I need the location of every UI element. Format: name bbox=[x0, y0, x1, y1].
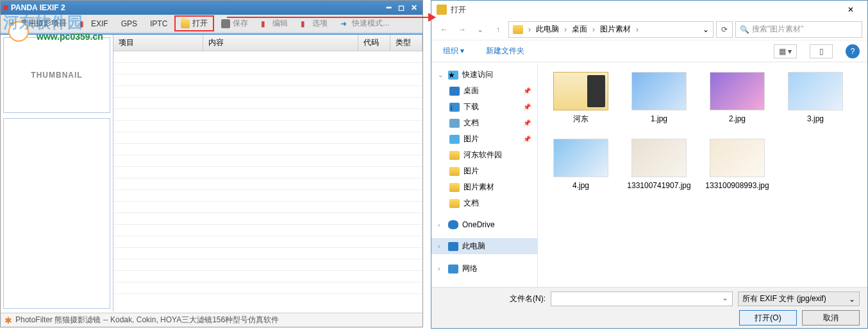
cancel-button[interactable]: 取消 bbox=[802, 310, 860, 326]
view-mode-button[interactable]: ▦ ▾ bbox=[774, 44, 797, 58]
help-button[interactable]: ? bbox=[846, 44, 860, 58]
filename-input[interactable] bbox=[551, 291, 733, 306]
quickmode-button[interactable]: ➜快速模式... bbox=[335, 16, 395, 31]
nav-downloads[interactable]: ↓下载📌 bbox=[431, 99, 537, 115]
preview-pane-button[interactable]: ▯ bbox=[810, 44, 833, 58]
nav-docs2[interactable]: 文档 bbox=[431, 195, 537, 211]
file-4jpg[interactable]: 4.jpg bbox=[543, 136, 619, 200]
nav-forward-button[interactable]: → bbox=[455, 22, 470, 37]
file-1jpg[interactable]: 1.jpg bbox=[621, 69, 697, 134]
gps-button[interactable]: GPS bbox=[115, 17, 143, 30]
titlebar: PANDA IEXIF 2 ━ ◻ ✕ bbox=[1, 1, 422, 15]
nav-pics2[interactable]: 图片 bbox=[431, 163, 537, 179]
dialog-body: ⌄★快速访问 桌面📌 ↓下载📌 文档📌 图片📌 河东软件园 图片 图片素材 文档… bbox=[431, 63, 867, 287]
breadcrumb-dropdown-icon[interactable]: ⌄ bbox=[703, 25, 709, 34]
filename-label: 文件名(N): bbox=[439, 293, 546, 304]
refresh-button[interactable]: ⟳ bbox=[716, 21, 733, 38]
left-panel: THUMBNAIL bbox=[1, 35, 113, 311]
dialog-title: 打开 bbox=[451, 4, 839, 15]
nav-pictures[interactable]: 图片📌 bbox=[431, 131, 537, 147]
thumbnail-box: THUMBNAIL bbox=[3, 37, 110, 113]
dialog-icon bbox=[437, 4, 447, 15]
save-button[interactable]: 保存 bbox=[215, 16, 254, 31]
status-text: PhotoFilter 熊猫摄影滤镜 -- Kodak, Cokin, HOYA… bbox=[15, 315, 279, 326]
maximize-button[interactable]: ◻ bbox=[396, 3, 407, 12]
dialog-toolbar: 组织 ▾ 新建文件夹 ▦ ▾ ▯ ? bbox=[431, 40, 867, 62]
status-icon: ✱ bbox=[4, 315, 12, 326]
app-window: PANDA IEXIF 2 ━ ◻ ✕ 河东软件园 www.pc0359.cn … bbox=[0, 0, 423, 327]
nav-panel: ⌄★快速访问 桌面📌 ↓下载📌 文档📌 图片📌 河东软件园 图片 图片素材 文档… bbox=[431, 63, 538, 287]
minimize-button[interactable]: ━ bbox=[383, 3, 394, 12]
status-bar: ✱ PhotoFilter 熊猫摄影滤镜 -- Kodak, Cokin, HO… bbox=[1, 313, 422, 327]
grid-body[interactable] bbox=[113, 51, 422, 303]
file-133100908993[interactable]: 133100908993.jpg bbox=[699, 136, 775, 200]
nav-up-button[interactable]: ↑ bbox=[490, 22, 506, 37]
dialog-bottom: 文件名(N): 所有 EXIF 文件 (jpg/exif)⌄ 打开(O) 取消 bbox=[431, 287, 867, 328]
nav-picmat[interactable]: 图片素材 bbox=[431, 179, 537, 195]
common-items-button[interactable]: ★常用摄影项目 bbox=[3, 16, 72, 31]
nav-back-button[interactable]: ← bbox=[437, 22, 452, 37]
col-content[interactable]: 内容 bbox=[203, 35, 358, 51]
file-list[interactable]: 河东 1.jpg 2.jpg 3.jpg 4.jpg 133100741907.… bbox=[538, 63, 867, 287]
filetype-select[interactable]: 所有 EXIF 文件 (jpg/exif)⌄ bbox=[738, 291, 860, 306]
newfolder-button[interactable]: 新建文件夹 bbox=[482, 43, 528, 59]
main-toolbar: ★常用摄影项目 ▮EXIF GPS IPTC 打开 保存 ▮编辑 ▮选项 ➜快速… bbox=[1, 15, 422, 33]
nav-thispc[interactable]: ›此电脑 bbox=[431, 238, 537, 254]
exif-button[interactable]: ▮EXIF bbox=[74, 17, 114, 30]
dialog-close-button[interactable]: ✕ bbox=[839, 2, 862, 17]
file-2jpg[interactable]: 2.jpg bbox=[699, 69, 775, 134]
options-button[interactable]: ▮选项 bbox=[295, 16, 333, 31]
open-confirm-button[interactable]: 打开(O) bbox=[739, 310, 797, 326]
file-133100741907[interactable]: 133100741907.jpg bbox=[621, 136, 697, 200]
grid-header: 项目 内容 代码 类型 bbox=[113, 35, 422, 51]
search-input[interactable]: 🔍 搜索"图片素材" bbox=[735, 21, 862, 38]
preview-box bbox=[3, 118, 110, 309]
file-3jpg[interactable]: 3.jpg bbox=[778, 69, 853, 134]
open-button[interactable]: 打开 bbox=[174, 15, 214, 31]
nav-hedong[interactable]: 河东软件园 bbox=[431, 147, 537, 163]
file-folder-hedong[interactable]: 河东 bbox=[543, 69, 619, 134]
nav-quickaccess[interactable]: ⌄★快速访问 bbox=[431, 67, 537, 83]
edit-button[interactable]: ▮编辑 bbox=[255, 16, 294, 31]
nav-recent-button[interactable]: ⌄ bbox=[472, 22, 488, 37]
col-code[interactable]: 代码 bbox=[358, 35, 390, 51]
search-icon: 🔍 bbox=[740, 25, 749, 34]
file-dialog: 打开 ✕ ← → ⌄ ↑ › 此电脑 › 桌面 › 图片素材 › ⌄ ⟳ 🔍 搜… bbox=[431, 0, 868, 329]
breadcrumb-seg-desktop[interactable]: 桌面 bbox=[569, 22, 590, 36]
nav-desktop[interactable]: 桌面📌 bbox=[431, 83, 537, 99]
col-type[interactable]: 类型 bbox=[390, 35, 422, 51]
nav-onedrive[interactable]: ›OneDrive bbox=[431, 218, 537, 232]
breadcrumb-path[interactable]: › 此电脑 › 桌面 › 图片素材 › ⌄ bbox=[508, 21, 714, 38]
main-content: THUMBNAIL 项目 内容 代码 类型 bbox=[1, 33, 422, 311]
app-title: PANDA IEXIF 2 bbox=[11, 3, 65, 12]
organize-button[interactable]: 组织 ▾ bbox=[439, 43, 468, 59]
dialog-titlebar: 打开 ✕ bbox=[431, 1, 867, 19]
close-button[interactable]: ✕ bbox=[408, 3, 420, 12]
folder-icon bbox=[513, 25, 523, 34]
nav-network[interactable]: ›网络 bbox=[431, 261, 537, 277]
app-icon bbox=[3, 5, 8, 10]
breadcrumb-bar: ← → ⌄ ↑ › 此电脑 › 桌面 › 图片素材 › ⌄ ⟳ 🔍 搜索"图片素… bbox=[431, 19, 867, 40]
breadcrumb-seg-pc[interactable]: 此电脑 bbox=[533, 22, 562, 36]
data-grid: 项目 内容 代码 类型 bbox=[113, 35, 422, 311]
breadcrumb-seg-folder[interactable]: 图片素材 bbox=[597, 22, 633, 36]
col-item[interactable]: 项目 bbox=[113, 35, 203, 51]
iptc-button[interactable]: IPTC bbox=[144, 17, 173, 30]
nav-documents[interactable]: 文档📌 bbox=[431, 115, 537, 131]
